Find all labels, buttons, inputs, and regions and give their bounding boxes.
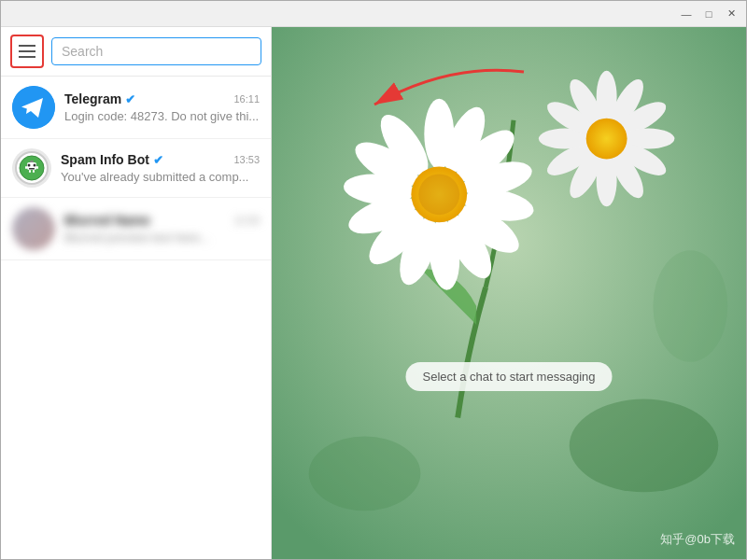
hamburger-line-3 (19, 56, 35, 58)
chat-name-row-spam-bot: Spam Info Bot ✔ 13:53 (61, 152, 260, 167)
chat-time-telegram: 16:11 (233, 93, 260, 105)
background-image: Select a chat to start messaging 知乎@0b下载 (272, 27, 746, 559)
svg-rect-8 (36, 166, 38, 169)
chat-info-telegram: Telegram ✔ 16:11 Login code: 48273. Do n… (64, 91, 260, 123)
titlebar: — □ ✕ (1, 1, 746, 27)
chat-item-spam-bot[interactable]: Spam Info Bot ✔ 13:53 You've already sub… (1, 139, 271, 198)
daisy-illustration (272, 27, 746, 559)
svg-point-41 (570, 399, 718, 493)
chat-name-row-blurred: Blurred Name 12:00 (64, 213, 260, 228)
svg-point-4 (34, 164, 36, 167)
svg-rect-7 (25, 166, 27, 169)
chat-name-telegram: Telegram ✔ (64, 91, 135, 106)
sidebar: Telegram ✔ 16:11 Login code: 48273. Do n… (1, 27, 272, 559)
hamburger-line-2 (19, 50, 35, 52)
chat-item-blurred[interactable]: Blurred Name 12:00 Blurred preview text … (1, 198, 271, 260)
close-button[interactable]: ✕ (724, 7, 739, 21)
app-body: Telegram ✔ 16:11 Login code: 48273. Do n… (1, 27, 746, 559)
chat-name-spam-bot: Spam Info Bot ✔ (61, 152, 163, 167)
svg-point-40 (586, 119, 627, 160)
chat-list: Telegram ✔ 16:11 Login code: 48273. Do n… (1, 77, 271, 559)
avatar-blurred (12, 207, 55, 250)
hamburger-line-1 (19, 45, 35, 47)
verified-icon-spam-bot: ✔ (153, 153, 163, 167)
minimize-button[interactable]: — (679, 7, 694, 21)
svg-point-42 (309, 436, 421, 511)
chat-info-blurred: Blurred Name 12:00 Blurred preview text … (64, 213, 260, 245)
chat-name-blurred: Blurred Name (64, 213, 150, 228)
hamburger-button[interactable] (10, 35, 44, 68)
watermark: 知乎@0b下载 (660, 531, 735, 548)
main-area: Select a chat to start messaging 知乎@0b下载 (272, 27, 746, 559)
search-input[interactable] (62, 44, 251, 59)
chat-time-spam-bot: 13:53 (233, 154, 260, 165)
chat-preview-telegram: Login code: 48273. Do not give thi... (64, 109, 260, 123)
svg-rect-5 (29, 168, 35, 170)
chat-name-row-telegram: Telegram ✔ 16:11 (64, 91, 260, 106)
search-wrapper[interactable] (51, 37, 261, 65)
verified-icon-telegram: ✔ (125, 92, 135, 106)
svg-point-43 (653, 250, 727, 362)
chat-item-telegram[interactable]: Telegram ✔ 16:11 Login code: 48273. Do n… (1, 77, 271, 139)
svg-point-3 (28, 164, 31, 167)
maximize-button[interactable]: □ (701, 7, 716, 21)
chat-info-spam-bot: Spam Info Bot ✔ 13:53 You've already sub… (61, 152, 260, 184)
chat-preview-blurred: Blurred preview text here... (64, 231, 260, 245)
svg-rect-6 (30, 161, 34, 162)
svg-point-27 (418, 174, 459, 215)
avatar-spam-bot (12, 148, 51, 188)
spam-icon-inner (15, 151, 49, 185)
select-chat-message: Select a chat to start messaging (406, 362, 613, 391)
chat-preview-spam-bot: You've already submitted a comp... (61, 170, 260, 184)
svg-rect-9 (29, 170, 31, 173)
chat-time-blurred: 12:00 (233, 215, 260, 226)
search-bar (1, 27, 271, 77)
app-window: — □ ✕ (0, 0, 747, 560)
avatar-telegram (12, 86, 55, 129)
svg-rect-10 (33, 170, 35, 173)
